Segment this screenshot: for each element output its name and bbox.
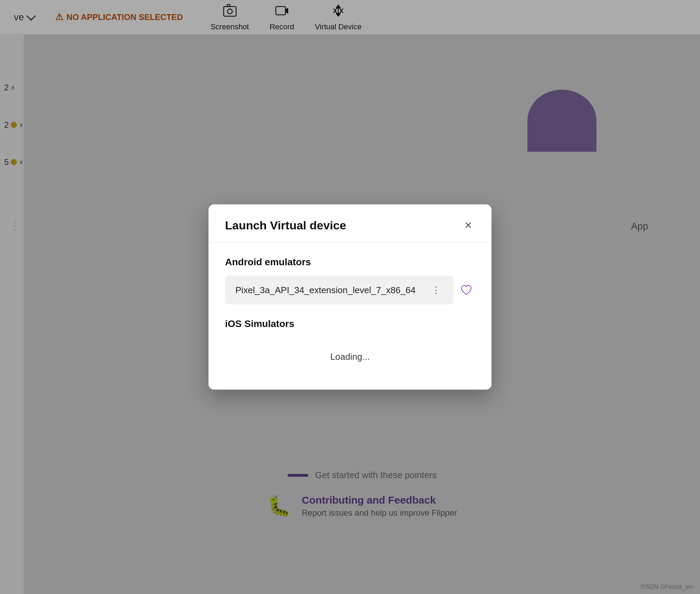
modal-close-button[interactable]: ✕: [461, 218, 475, 232]
modal-header: Launch Virtual device ✕: [208, 205, 492, 243]
modal-body: Android emulators Pixel_3a_API_34_extens…: [208, 243, 492, 390]
emulator-row: Pixel_3a_API_34_extension_level_7_x86_64…: [225, 276, 475, 305]
android-section-title: Android emulators: [225, 257, 475, 268]
emulator-name: Pixel_3a_API_34_extension_level_7_x86_64: [235, 285, 416, 296]
loading-text: Loading...: [225, 338, 475, 376]
launch-virtual-device-modal: Launch Virtual device ✕ Android emulator…: [208, 205, 492, 390]
ios-section-title: iOS Simulators: [225, 318, 475, 329]
modal-title: Launch Virtual device: [225, 218, 346, 232]
favorite-button[interactable]: [458, 281, 475, 299]
emulator-more-button[interactable]: ⋮: [429, 284, 443, 297]
emulator-item[interactable]: Pixel_3a_API_34_extension_level_7_x86_64…: [225, 276, 454, 305]
